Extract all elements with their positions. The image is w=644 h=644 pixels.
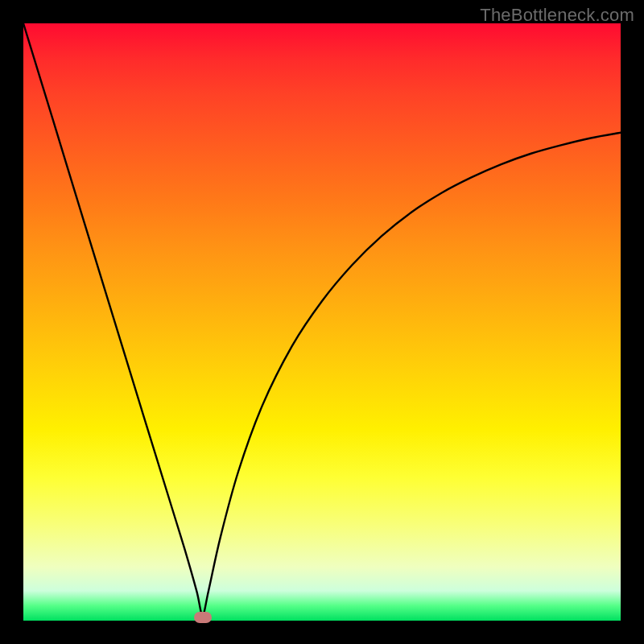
- watermark-text: TheBottleneck.com: [480, 5, 634, 26]
- optimal-marker: [194, 612, 212, 623]
- plot-area: [23, 23, 621, 621]
- chart-frame: TheBottleneck.com: [0, 0, 644, 644]
- bottleneck-curve: [23, 23, 621, 621]
